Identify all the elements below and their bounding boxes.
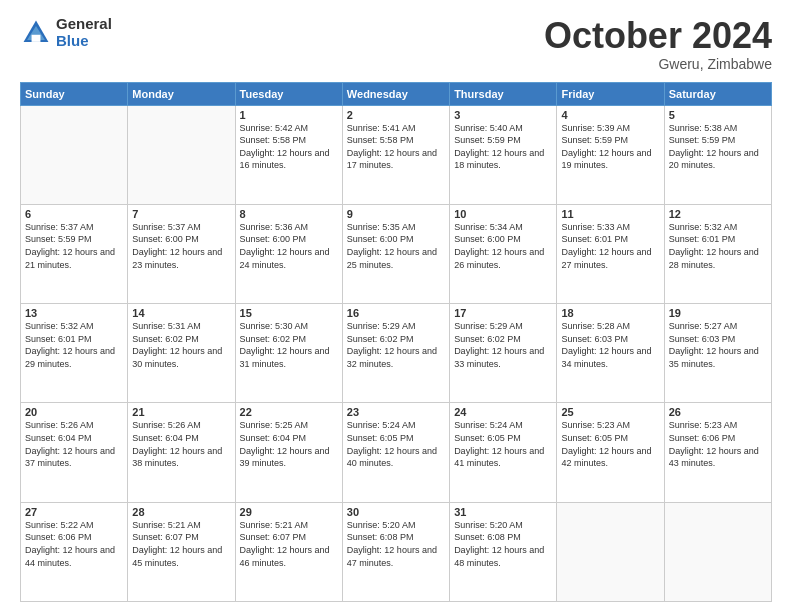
calendar-cell: 1Sunrise: 5:42 AMSunset: 5:58 PMDaylight… <box>235 105 342 204</box>
calendar-cell: 12Sunrise: 5:32 AMSunset: 6:01 PMDayligh… <box>664 204 771 303</box>
day-info: Sunrise: 5:37 AMSunset: 6:00 PMDaylight:… <box>132 221 230 271</box>
calendar-cell: 15Sunrise: 5:30 AMSunset: 6:02 PMDayligh… <box>235 304 342 403</box>
day-info: Sunrise: 5:20 AMSunset: 6:08 PMDaylight:… <box>454 519 552 569</box>
day-info: Sunrise: 5:27 AMSunset: 6:03 PMDaylight:… <box>669 320 767 370</box>
day-info: Sunrise: 5:24 AMSunset: 6:05 PMDaylight:… <box>454 419 552 469</box>
day-info: Sunrise: 5:34 AMSunset: 6:00 PMDaylight:… <box>454 221 552 271</box>
calendar-cell <box>128 105 235 204</box>
day-number: 19 <box>669 307 767 319</box>
calendar-week-row: 27Sunrise: 5:22 AMSunset: 6:06 PMDayligh… <box>21 502 772 601</box>
day-info: Sunrise: 5:33 AMSunset: 6:01 PMDaylight:… <box>561 221 659 271</box>
day-info: Sunrise: 5:23 AMSunset: 6:06 PMDaylight:… <box>669 419 767 469</box>
calendar-cell <box>21 105 128 204</box>
day-number: 30 <box>347 506 445 518</box>
logo-blue-text: Blue <box>56 33 112 50</box>
day-number: 17 <box>454 307 552 319</box>
page: General Blue October 2024 Gweru, Zimbabw… <box>0 0 792 612</box>
calendar-week-row: 20Sunrise: 5:26 AMSunset: 6:04 PMDayligh… <box>21 403 772 502</box>
day-number: 2 <box>347 109 445 121</box>
calendar-cell: 25Sunrise: 5:23 AMSunset: 6:05 PMDayligh… <box>557 403 664 502</box>
calendar-cell: 5Sunrise: 5:38 AMSunset: 5:59 PMDaylight… <box>664 105 771 204</box>
day-info: Sunrise: 5:40 AMSunset: 5:59 PMDaylight:… <box>454 122 552 172</box>
day-info: Sunrise: 5:21 AMSunset: 6:07 PMDaylight:… <box>132 519 230 569</box>
location: Gweru, Zimbabwe <box>544 56 772 72</box>
day-number: 14 <box>132 307 230 319</box>
calendar-cell: 6Sunrise: 5:37 AMSunset: 5:59 PMDaylight… <box>21 204 128 303</box>
day-info: Sunrise: 5:29 AMSunset: 6:02 PMDaylight:… <box>347 320 445 370</box>
day-info: Sunrise: 5:21 AMSunset: 6:07 PMDaylight:… <box>240 519 338 569</box>
weekday-header: Thursday <box>450 82 557 105</box>
calendar-cell: 3Sunrise: 5:40 AMSunset: 5:59 PMDaylight… <box>450 105 557 204</box>
weekday-header: Wednesday <box>342 82 449 105</box>
calendar-cell: 20Sunrise: 5:26 AMSunset: 6:04 PMDayligh… <box>21 403 128 502</box>
calendar-cell <box>664 502 771 601</box>
calendar-cell: 14Sunrise: 5:31 AMSunset: 6:02 PMDayligh… <box>128 304 235 403</box>
day-number: 1 <box>240 109 338 121</box>
calendar-cell: 19Sunrise: 5:27 AMSunset: 6:03 PMDayligh… <box>664 304 771 403</box>
calendar-cell: 29Sunrise: 5:21 AMSunset: 6:07 PMDayligh… <box>235 502 342 601</box>
day-number: 11 <box>561 208 659 220</box>
day-info: Sunrise: 5:23 AMSunset: 6:05 PMDaylight:… <box>561 419 659 469</box>
day-info: Sunrise: 5:20 AMSunset: 6:08 PMDaylight:… <box>347 519 445 569</box>
calendar-week-row: 1Sunrise: 5:42 AMSunset: 5:58 PMDaylight… <box>21 105 772 204</box>
calendar-cell <box>557 502 664 601</box>
weekday-header: Saturday <box>664 82 771 105</box>
day-number: 7 <box>132 208 230 220</box>
logo-general-text: General <box>56 16 112 33</box>
day-number: 24 <box>454 406 552 418</box>
calendar-cell: 13Sunrise: 5:32 AMSunset: 6:01 PMDayligh… <box>21 304 128 403</box>
calendar-cell: 7Sunrise: 5:37 AMSunset: 6:00 PMDaylight… <box>128 204 235 303</box>
day-number: 16 <box>347 307 445 319</box>
day-number: 20 <box>25 406 123 418</box>
calendar-cell: 18Sunrise: 5:28 AMSunset: 6:03 PMDayligh… <box>557 304 664 403</box>
day-number: 22 <box>240 406 338 418</box>
title-block: October 2024 Gweru, Zimbabwe <box>544 16 772 72</box>
day-number: 9 <box>347 208 445 220</box>
calendar-cell: 27Sunrise: 5:22 AMSunset: 6:06 PMDayligh… <box>21 502 128 601</box>
day-info: Sunrise: 5:37 AMSunset: 5:59 PMDaylight:… <box>25 221 123 271</box>
calendar-cell: 28Sunrise: 5:21 AMSunset: 6:07 PMDayligh… <box>128 502 235 601</box>
calendar-cell: 11Sunrise: 5:33 AMSunset: 6:01 PMDayligh… <box>557 204 664 303</box>
day-info: Sunrise: 5:42 AMSunset: 5:58 PMDaylight:… <box>240 122 338 172</box>
day-info: Sunrise: 5:24 AMSunset: 6:05 PMDaylight:… <box>347 419 445 469</box>
calendar-cell: 26Sunrise: 5:23 AMSunset: 6:06 PMDayligh… <box>664 403 771 502</box>
calendar-cell: 31Sunrise: 5:20 AMSunset: 6:08 PMDayligh… <box>450 502 557 601</box>
calendar-cell: 8Sunrise: 5:36 AMSunset: 6:00 PMDaylight… <box>235 204 342 303</box>
day-info: Sunrise: 5:25 AMSunset: 6:04 PMDaylight:… <box>240 419 338 469</box>
weekday-header: Tuesday <box>235 82 342 105</box>
day-number: 10 <box>454 208 552 220</box>
calendar-week-row: 6Sunrise: 5:37 AMSunset: 5:59 PMDaylight… <box>21 204 772 303</box>
calendar-cell: 9Sunrise: 5:35 AMSunset: 6:00 PMDaylight… <box>342 204 449 303</box>
day-info: Sunrise: 5:26 AMSunset: 6:04 PMDaylight:… <box>25 419 123 469</box>
day-info: Sunrise: 5:36 AMSunset: 6:00 PMDaylight:… <box>240 221 338 271</box>
month-title: October 2024 <box>544 16 772 56</box>
day-info: Sunrise: 5:39 AMSunset: 5:59 PMDaylight:… <box>561 122 659 172</box>
day-number: 8 <box>240 208 338 220</box>
calendar-cell: 24Sunrise: 5:24 AMSunset: 6:05 PMDayligh… <box>450 403 557 502</box>
day-number: 18 <box>561 307 659 319</box>
calendar-cell: 16Sunrise: 5:29 AMSunset: 6:02 PMDayligh… <box>342 304 449 403</box>
day-number: 6 <box>25 208 123 220</box>
logo: General Blue <box>20 16 112 49</box>
day-info: Sunrise: 5:41 AMSunset: 5:58 PMDaylight:… <box>347 122 445 172</box>
calendar-table: SundayMondayTuesdayWednesdayThursdayFrid… <box>20 82 772 602</box>
day-info: Sunrise: 5:26 AMSunset: 6:04 PMDaylight:… <box>132 419 230 469</box>
calendar-cell: 22Sunrise: 5:25 AMSunset: 6:04 PMDayligh… <box>235 403 342 502</box>
svg-rect-2 <box>32 34 41 41</box>
day-number: 27 <box>25 506 123 518</box>
calendar-cell: 4Sunrise: 5:39 AMSunset: 5:59 PMDaylight… <box>557 105 664 204</box>
day-number: 12 <box>669 208 767 220</box>
header: General Blue October 2024 Gweru, Zimbabw… <box>20 16 772 72</box>
day-number: 21 <box>132 406 230 418</box>
day-info: Sunrise: 5:35 AMSunset: 6:00 PMDaylight:… <box>347 221 445 271</box>
weekday-header: Sunday <box>21 82 128 105</box>
day-number: 15 <box>240 307 338 319</box>
day-info: Sunrise: 5:31 AMSunset: 6:02 PMDaylight:… <box>132 320 230 370</box>
logo-text: General Blue <box>56 16 112 49</box>
day-number: 26 <box>669 406 767 418</box>
weekday-header: Monday <box>128 82 235 105</box>
calendar-cell: 21Sunrise: 5:26 AMSunset: 6:04 PMDayligh… <box>128 403 235 502</box>
day-number: 5 <box>669 109 767 121</box>
logo-icon <box>20 17 52 49</box>
day-number: 28 <box>132 506 230 518</box>
